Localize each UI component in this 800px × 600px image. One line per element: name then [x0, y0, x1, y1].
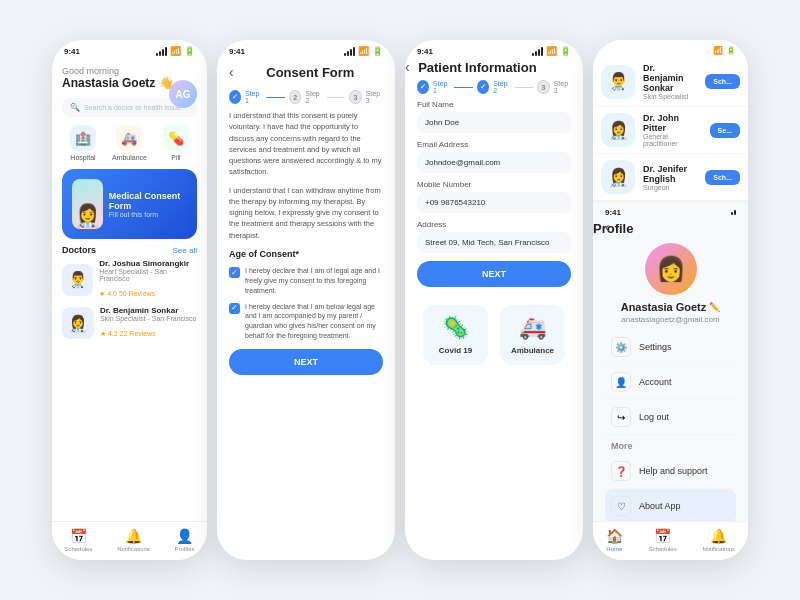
home-screen: 9:41 📶 🔋 AG Good morning Anastasia Goetz… — [52, 40, 207, 560]
email-field: Email Address Johndoe@gmail.com — [417, 140, 571, 173]
profile-email: anastasiagoetz@gmail.com — [593, 315, 748, 324]
status-bar-4-top: 📶 🔋 — [593, 40, 748, 57]
quick-icons-row: 🏥 Hospital 🚑 Ambulance 💊 Pill — [62, 125, 197, 161]
nav-notifications[interactable]: 🔔 Notifications — [117, 528, 150, 552]
step-line-2 — [327, 97, 346, 98]
checkbox-icon-1: ✓ — [229, 267, 240, 278]
step-1-circle: ✓ — [229, 90, 241, 104]
mobile-field: Mobile Number +09 9876543210 — [417, 180, 571, 213]
step-line-1 — [266, 97, 285, 98]
checkbox-icon-2: ✓ — [229, 303, 240, 314]
see-btn-1[interactable]: Sch... — [705, 74, 740, 89]
profile-avatar: 👩 — [645, 243, 697, 295]
account-icon: 👤 — [611, 372, 631, 392]
status-bar-3: 9:41 📶 🔋 — [405, 40, 583, 58]
profile-screen: 📶 🔋 👨‍⚕️ Dr. Benjamin Sonkar Skin Specia… — [593, 40, 748, 560]
doc-list-avatar-3: 👩‍⚕️ — [601, 160, 635, 194]
see-btn-2[interactable]: Se... — [710, 123, 740, 138]
nav-schedules-4[interactable]: 📅 Schedules — [649, 528, 677, 552]
ambulance-service-card[interactable]: 🚑 Ambulance — [500, 305, 565, 365]
status-bar-2: 9:41 📶 🔋 — [217, 40, 395, 58]
hospital-icon: 🏥 — [70, 125, 96, 151]
nurse-image: 👩‍⚕️ — [72, 179, 103, 229]
doctor-avatar-2: 👩‍⚕️ — [62, 307, 94, 339]
doc-list-info-2: Dr. John Pitter General practitioner — [643, 113, 702, 147]
banner-text: Medical Consent Form Fill out this form — [109, 191, 187, 218]
checkbox-1[interactable]: ✓ I hereby declare that I am of legal ag… — [229, 266, 383, 295]
profile-header-bar: ‹ Profile — [593, 219, 748, 237]
doctor-list-item-3[interactable]: 👩‍⚕️ Dr. Jenifer English Surgeon Sch... — [593, 154, 748, 201]
age-title: Age of Consent* — [229, 248, 383, 262]
account-menu-item[interactable]: 👤 Account — [605, 365, 736, 400]
doctor-list-item-1[interactable]: 👨‍⚕️ Dr. Benjamin Sonkar Skin Specialist… — [593, 57, 748, 107]
section-header: Doctors See all — [62, 245, 197, 255]
doc-list-info-3: Dr. Jenifer English Surgeon — [643, 164, 697, 191]
nav-home-4[interactable]: 🏠 Home — [606, 528, 623, 552]
quick-icon-hospital[interactable]: 🏥 Hospital — [70, 125, 96, 161]
profile-back-arrow[interactable]: ‹ — [605, 219, 610, 235]
p-step-1-circle: ✓ — [417, 80, 429, 94]
about-icon: ♡ — [611, 496, 631, 516]
profile-menu: ⚙️ Settings 👤 Account ↪ Log out More ❓ H… — [593, 324, 748, 530]
doctor-info-1: Dr. Joshua Simorangkir Heart Specialist … — [99, 259, 197, 300]
bottom-nav-1: 📅 Schedules 🔔 Notifications 👤 Profiles — [52, 521, 207, 560]
help-menu-item[interactable]: ❓ Help and support — [605, 454, 736, 489]
settings-icon: ⚙️ — [611, 337, 631, 357]
pill-icon: 💊 — [163, 125, 189, 151]
consent-body: I understand that this consent is purely… — [217, 110, 395, 341]
logout-menu-item[interactable]: ↪ Log out — [605, 400, 736, 435]
quick-icon-ambulance[interactable]: 🚑 Ambulance — [112, 125, 147, 161]
full-name-field: Full Name John Doe — [417, 100, 571, 133]
nav-profiles[interactable]: 👤 Profiles — [175, 528, 195, 552]
covid-service-card[interactable]: 🦠 Covid 19 — [423, 305, 488, 365]
settings-menu-item[interactable]: ⚙️ Settings — [605, 330, 736, 365]
step-3-circle: 3 — [349, 90, 361, 104]
step-indicator-3: ✓ Step 1 ✓ Step 2 3 Step 3 — [405, 76, 583, 100]
notifications-icon-4: 🔔 — [710, 528, 727, 544]
quick-icon-pill[interactable]: 💊 Pill — [163, 125, 189, 161]
schedules-icon: 📅 — [70, 528, 87, 544]
user-avatar: AG — [169, 80, 197, 108]
patient-next-button[interactable]: NEXT — [417, 261, 571, 287]
edit-icon[interactable]: ✏️ — [709, 302, 720, 312]
doctor-avatar-1: 👨‍⚕️ — [62, 264, 93, 296]
consent-banner[interactable]: 👩‍⚕️ Medical Consent Form Fill out this … — [62, 169, 197, 239]
nav-schedules[interactable]: 📅 Schedules — [64, 528, 92, 552]
back-arrow-icon[interactable]: ‹ — [229, 64, 234, 80]
doctor-info-2: Dr. Benjamin Sonkar Skin Specialist - Sa… — [100, 306, 196, 340]
step-indicator-2: ✓ Step 1 2 Step 2 3 Step 3 — [217, 86, 395, 110]
more-label: More — [605, 435, 736, 454]
status-icons-1: 📶 🔋 — [156, 46, 195, 56]
home-icon: 🏠 — [606, 528, 623, 544]
doctor-item-2[interactable]: 👩‍⚕️ Dr. Benjamin Sonkar Skin Specialist… — [62, 306, 197, 340]
ambulance-icon: 🚑 — [116, 125, 142, 151]
about-app-menu-item[interactable]: ♡ About App — [605, 489, 736, 524]
p-step-3-circle: 3 — [537, 80, 549, 94]
p-step-line-2 — [515, 87, 534, 88]
nav-notifications-4[interactable]: 🔔 Notifications — [702, 528, 735, 552]
checkbox-2[interactable]: ✓ I hereby declare that I am below legal… — [229, 302, 383, 341]
status-bar-4: 9:41 — [593, 202, 748, 219]
services-row: 🦠 Covid 19 🚑 Ambulance — [405, 295, 583, 375]
doc-list-info-1: Dr. Benjamin Sonkar Skin Specialist — [643, 63, 697, 100]
consent-header: ‹ Consent Form — [217, 58, 395, 86]
profiles-icon: 👤 — [176, 528, 193, 544]
address-field: Address Street 09, Mid Tech, San Francis… — [417, 220, 571, 253]
help-icon: ❓ — [611, 461, 631, 481]
step-2-circle: 2 — [289, 90, 301, 104]
consent-screen: 9:41 📶 🔋 ‹ Consent Form ✓ Step 1 2 Step … — [217, 40, 395, 560]
doctor-item-1[interactable]: 👨‍⚕️ Dr. Joshua Simorangkir Heart Specia… — [62, 259, 197, 300]
bottom-nav-4: 🏠 Home 📅 Schedules 🔔 Notifications — [593, 521, 748, 560]
schedules-icon-4: 📅 — [654, 528, 671, 544]
search-icon: 🔍 — [70, 103, 80, 112]
greeting-text: Good morning — [62, 66, 197, 76]
consent-next-button[interactable]: NEXT — [229, 349, 383, 375]
logout-icon: ↪ — [611, 407, 631, 427]
patient-header: ‹ Patient Information — [405, 58, 583, 76]
doctor-list-item-2[interactable]: 👩‍⚕️ Dr. John Pitter General practitione… — [593, 107, 748, 154]
profile-name: Anastasia Goetz ✏️ — [593, 301, 748, 313]
see-btn-3[interactable]: Sch... — [705, 170, 740, 185]
patient-back-arrow[interactable]: ‹ — [405, 59, 410, 75]
doc-list-avatar-2: 👩‍⚕️ — [601, 113, 635, 147]
notifications-icon: 🔔 — [125, 528, 142, 544]
